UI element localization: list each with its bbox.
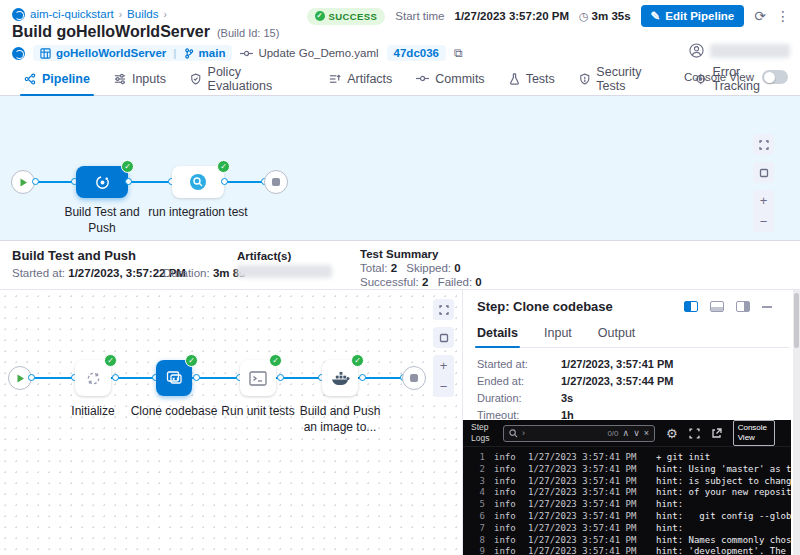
tab-pipeline[interactable]: Pipeline bbox=[12, 62, 102, 95]
user-avatar-icon bbox=[689, 43, 704, 58]
branch-name[interactable]: main bbox=[199, 47, 226, 59]
tab-label: Security Tests bbox=[596, 65, 671, 93]
build-execution-page: aim-ci-quickstart › Builds › ✓ SUCCESS S… bbox=[0, 0, 800, 555]
refresh-button[interactable]: ⟳ bbox=[754, 9, 766, 23]
zoom-in-button[interactable]: + bbox=[433, 355, 454, 376]
step-detail-panel: Step: Clone codebase Details Input Outpu… bbox=[462, 290, 800, 555]
commit-hash[interactable]: 47dc036 bbox=[387, 45, 446, 61]
breadcrumb-separator: › bbox=[119, 9, 122, 20]
step-node-run-unit-tests[interactable]: ✓ bbox=[240, 360, 276, 396]
pipeline-end-node[interactable] bbox=[264, 170, 288, 194]
tab-details[interactable]: Details bbox=[477, 322, 518, 347]
fullscreen-button[interactable] bbox=[433, 299, 454, 320]
log-search-input[interactable]: › 0/0 ∧ ∨ × bbox=[503, 425, 655, 442]
repo-branch-chip[interactable]: goHelloWorldServer | main bbox=[33, 45, 232, 61]
console-view-toggle[interactable] bbox=[762, 70, 788, 84]
execution-graph-canvas[interactable]: ✓ ✓ ✓ ✓ Initialize Clone codebase Run un… bbox=[0, 291, 458, 555]
step-detail-fields: Started at: 1/27/2023, 3:57:41 PM Ended … bbox=[477, 358, 674, 426]
edge-connector bbox=[32, 178, 39, 185]
zoom-controls: + − bbox=[433, 355, 454, 397]
tab-artifacts[interactable]: Artifacts bbox=[317, 62, 404, 95]
fit-to-screen-button[interactable] bbox=[433, 327, 454, 348]
tab-label: Policy Evaluations bbox=[208, 65, 306, 93]
step-node-clone-codebase[interactable]: ✓ bbox=[156, 360, 192, 396]
edit-pipeline-button[interactable]: ✎ Edit Pipeline bbox=[641, 5, 745, 27]
fit-view-icon bbox=[759, 168, 769, 178]
log-line: 2info1/27/2023 3:57:41 PMhint: Using 'ma… bbox=[463, 464, 791, 476]
total-label: Total: bbox=[360, 262, 388, 274]
stage-node-build-test-and-push[interactable]: ✓ bbox=[76, 166, 128, 198]
stage-details-strip: Build Test and Push Started at: 1/27/202… bbox=[0, 240, 800, 290]
stop-icon bbox=[272, 178, 280, 186]
tab-output[interactable]: Output bbox=[598, 322, 636, 347]
fullscreen-icon bbox=[439, 305, 449, 315]
step-node-initialize[interactable]: ✓ bbox=[75, 360, 111, 396]
log-lines[interactable]: 1info1/27/2023 3:57:41 PM+ git init 2inf… bbox=[463, 452, 791, 555]
log-settings-icon[interactable]: ⚙ bbox=[666, 426, 678, 441]
layout-split-right-icon[interactable] bbox=[684, 301, 698, 312]
step-label[interactable]: Run unit tests bbox=[214, 403, 302, 419]
fullscreen-button[interactable] bbox=[753, 134, 774, 155]
expand-logs-icon[interactable] bbox=[689, 428, 700, 439]
edge-connector bbox=[28, 374, 35, 381]
panel-scrollbar[interactable] bbox=[793, 290, 800, 555]
breadcrumb-project[interactable]: aim-ci-quickstart bbox=[30, 8, 114, 20]
zoom-out-button[interactable]: − bbox=[433, 376, 454, 397]
layout-right-icon[interactable] bbox=[736, 301, 750, 312]
stage-node-run-integration-test[interactable]: ✓ bbox=[172, 166, 224, 198]
scrollbar-thumb[interactable] bbox=[794, 293, 799, 348]
success-check-icon: ✓ bbox=[269, 354, 282, 367]
tab-label: Inputs bbox=[132, 72, 166, 86]
step-logs-console: Step Logs › 0/0 ∧ ∨ × ⚙ Console View bbox=[463, 420, 791, 555]
breadcrumb-separator: › bbox=[163, 9, 166, 20]
step-label[interactable]: Initialize bbox=[52, 403, 134, 419]
tab-policy-evaluations[interactable]: Policy Evaluations bbox=[178, 62, 317, 95]
zoom-in-button[interactable]: + bbox=[753, 190, 774, 211]
tab-label: Pipeline bbox=[42, 72, 90, 86]
open-in-new-icon[interactable] bbox=[711, 428, 722, 439]
play-icon bbox=[19, 178, 28, 187]
tab-inputs[interactable]: Inputs bbox=[102, 62, 178, 95]
console-view-button[interactable]: Console View bbox=[733, 420, 775, 445]
console-header: Step Logs › 0/0 ∧ ∨ × ⚙ Console View bbox=[463, 420, 791, 447]
field-label: Ended at: bbox=[477, 375, 561, 388]
step-node-build-and-push[interactable]: ✓ bbox=[322, 360, 358, 396]
repo-name[interactable]: goHelloWorldServer bbox=[56, 47, 166, 59]
successful-value: 2 bbox=[422, 276, 428, 288]
log-line: 1info1/27/2023 3:57:41 PM+ git init bbox=[463, 452, 791, 464]
edit-pipeline-label: Edit Pipeline bbox=[665, 10, 734, 22]
more-options-button[interactable]: ⋮ bbox=[776, 9, 790, 23]
total-value: 2 bbox=[391, 262, 397, 274]
fit-to-screen-button[interactable] bbox=[753, 162, 774, 183]
tab-security-tests[interactable]: Security Tests bbox=[567, 62, 683, 95]
search-prev-icon[interactable]: ∧ bbox=[623, 428, 630, 438]
tests-flask-icon bbox=[509, 73, 520, 85]
layout-bottom-icon[interactable] bbox=[710, 301, 724, 312]
zoom-out-button[interactable]: − bbox=[753, 211, 774, 232]
panel-layout-controls bbox=[684, 301, 772, 312]
triggered-by bbox=[689, 43, 790, 58]
execution-end-node[interactable] bbox=[402, 366, 426, 390]
stage-graph-canvas[interactable]: ✓ ✓ Build Test and Push run integration … bbox=[0, 96, 800, 240]
repository-icon bbox=[40, 48, 51, 59]
field-value: 3s bbox=[561, 392, 573, 405]
search-close-icon[interactable]: × bbox=[644, 428, 649, 438]
log-line: 7info1/27/2023 3:57:41 PMhint: bbox=[463, 523, 791, 535]
copy-icon[interactable]: ⧉ bbox=[454, 46, 463, 60]
minimize-panel-icon[interactable] bbox=[762, 306, 772, 308]
breadcrumb-builds[interactable]: Builds bbox=[127, 8, 158, 20]
log-line: 8info1/27/2023 3:57:41 PMhint: Names com… bbox=[463, 535, 791, 547]
tab-tests[interactable]: Tests bbox=[497, 62, 567, 95]
field-row: Duration: 3s bbox=[477, 392, 674, 405]
stage-label[interactable]: Build Test and Push bbox=[57, 204, 147, 236]
field-value: 1/27/2023, 3:57:44 PM bbox=[561, 375, 674, 388]
step-label[interactable]: Clone codebase bbox=[128, 403, 220, 419]
tab-commits[interactable]: Commits bbox=[404, 62, 496, 95]
tab-label: Artifacts bbox=[347, 72, 392, 86]
step-label[interactable]: Build and Push an image to... bbox=[292, 403, 388, 435]
search-next-icon[interactable]: ∨ bbox=[633, 428, 640, 438]
edge-connector bbox=[359, 374, 366, 381]
tab-bar: Pipeline Inputs Policy Evaluations Artif… bbox=[0, 62, 800, 96]
stage-label[interactable]: run integration test bbox=[148, 204, 248, 220]
tab-input[interactable]: Input bbox=[544, 322, 572, 347]
